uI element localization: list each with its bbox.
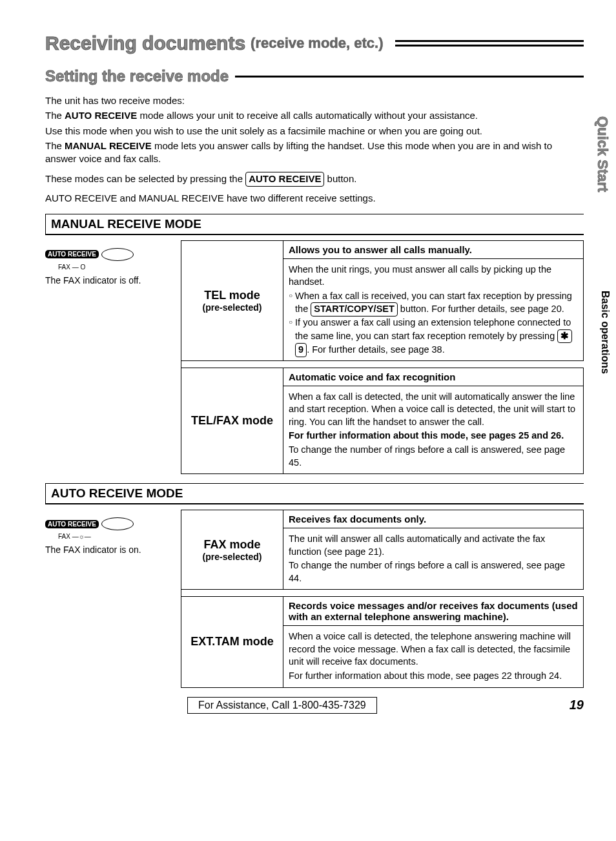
page-title-paren: (receive mode, etc.) <box>251 35 383 52</box>
auto-mode-section: AUTO RECEIVE FAX —☼— The FAX indicator i… <box>45 510 584 688</box>
key-9-label: 9 <box>295 343 307 357</box>
fax-mode-row: FAX mode (pre-selected) Receives fax doc… <box>181 510 584 590</box>
start-copy-set-label: START/COPY/SET <box>311 302 398 317</box>
intro-text: The unit has two receive modes: The AUTO… <box>45 94 584 205</box>
page-footer: For Assistance, Call 1-800-435-7329 19 <box>45 697 584 714</box>
auto-indicator-col: AUTO RECEIVE FAX —☼— The FAX indicator i… <box>45 510 174 688</box>
fax-mode-desc: Receives fax documents only. The unit wi… <box>283 510 583 589</box>
manual-mode-section: AUTO RECEIVE FAX — O The FAX indicator i… <box>45 240 584 474</box>
led-diagram-off: AUTO RECEIVE FAX — O <box>45 248 174 271</box>
fax-led-label: FAX — O <box>58 264 85 271</box>
tel-mode-desc: Allows you to answer all calls manually.… <box>283 241 583 360</box>
auto-modes-col: FAX mode (pre-selected) Receives fax doc… <box>181 510 584 688</box>
intro-line: These modes can be selected by pressing … <box>45 172 584 186</box>
led-diagram-on: AUTO RECEIVE FAX —☼— <box>45 517 174 541</box>
assistance-box: For Assistance, Call 1-800-435-7329 <box>187 697 377 714</box>
indicator-text: The FAX indicator is off. <box>45 275 174 286</box>
auto-mode-header: AUTO RECEIVE MODE <box>45 483 584 504</box>
page-number: 19 <box>570 698 584 712</box>
intro-line: AUTO RECEIVE and MANUAL RECEIVE have two… <box>45 192 584 205</box>
intro-line: Use this mode when you wish to use the u… <box>45 125 584 138</box>
manual-modes-col: TEL mode (pre-selected) Allows you to an… <box>181 240 584 474</box>
subtitle-row: Setting the receive mode <box>45 67 584 85</box>
auto-receive-button-label: AUTO RECEIVE <box>245 172 324 186</box>
indicator-text: The FAX indicator is on. <box>45 545 174 555</box>
bullet-item: ○ When a fax call is received, you can s… <box>289 290 578 317</box>
exttam-mode-row: EXT.TAM mode Records voice messages and/… <box>181 596 584 687</box>
fax-mode-label: FAX mode (pre-selected) <box>181 510 283 589</box>
page-title: Receiving documents <box>45 32 245 54</box>
intro-line: The unit has two receive modes: <box>45 94 584 107</box>
fax-led-label: FAX —☼— <box>58 533 91 540</box>
bullet-icon: ○ <box>289 290 293 317</box>
intro-line: The AUTO RECEIVE mode allows your unit t… <box>45 109 584 122</box>
section-title: Setting the receive mode <box>45 67 229 85</box>
manual-mode-header: MANUAL RECEIVE MODE <box>45 214 584 235</box>
intro-line: The MANUAL RECEIVE mode lets you answer … <box>45 140 584 166</box>
exttam-mode-label: EXT.TAM mode <box>181 597 283 687</box>
title-rule-icon <box>395 40 584 47</box>
exttam-mode-desc: Records voice messages and/or receives f… <box>283 597 583 687</box>
bullet-item: ○ If you answer a fax call using an exte… <box>289 317 578 357</box>
tel-mode-row: TEL mode (pre-selected) Allows you to an… <box>181 240 584 361</box>
button-oval-icon <box>101 517 134 530</box>
main-title-row: Receiving documents (receive mode, etc.) <box>45 32 584 54</box>
telfax-mode-label: TEL/FAX mode <box>181 368 283 473</box>
tab-basic-operations: Basic operations <box>599 291 611 374</box>
tel-mode-label: TEL mode (pre-selected) <box>181 241 283 360</box>
auto-receive-badge: AUTO RECEIVE <box>45 250 99 258</box>
bullet-icon: ○ <box>289 317 293 357</box>
button-oval-icon <box>101 248 134 261</box>
tab-quick-start: Quick Start <box>594 116 611 192</box>
telfax-mode-row: TEL/FAX mode Automatic voice and fax rec… <box>181 368 584 474</box>
manual-indicator-col: AUTO RECEIVE FAX — O The FAX indicator i… <box>45 240 174 474</box>
telfax-mode-desc: Automatic voice and fax recognition When… <box>283 368 583 473</box>
auto-receive-badge: AUTO RECEIVE <box>45 520 99 528</box>
subtitle-rule-icon <box>235 76 584 78</box>
key-star-label: ✱ <box>557 329 572 344</box>
